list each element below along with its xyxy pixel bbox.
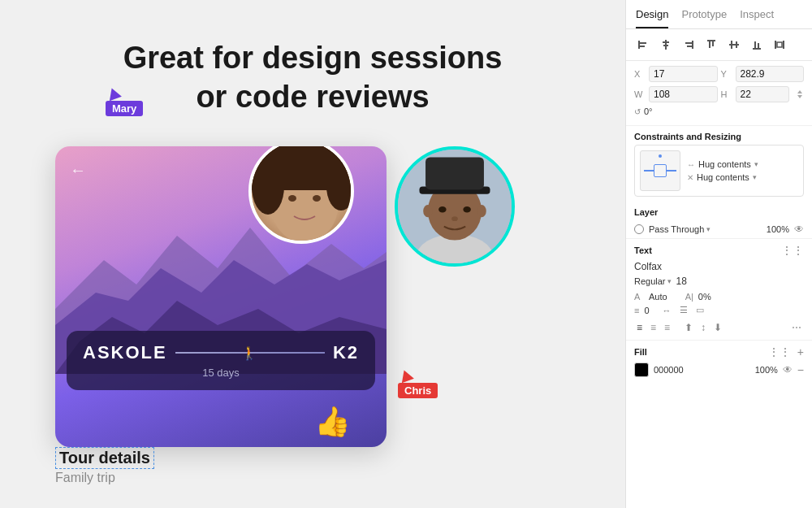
text-options-button[interactable]: ⋮⋮ bbox=[781, 244, 804, 257]
svg-rect-29 bbox=[687, 46, 692, 47]
hug-v-chevron-icon: ▾ bbox=[753, 173, 757, 181]
fill-header: Fill ⋮⋮ + bbox=[634, 345, 804, 358]
y-input[interactable]: 282.9 bbox=[736, 66, 805, 82]
fill-grid-icon[interactable]: ⋮⋮ bbox=[768, 345, 791, 358]
svg-point-18 bbox=[451, 216, 458, 221]
route-bar: ASKOLE 🚶 K2 15 days bbox=[67, 331, 375, 390]
layer-row: Pass Through ▾ 100% 👁 bbox=[626, 220, 812, 239]
svg-rect-21 bbox=[638, 41, 640, 49]
hug-v-icon: ✕ bbox=[687, 173, 693, 182]
svg-rect-36 bbox=[753, 48, 761, 50]
constraint-selects: ↔ Hug contents ▾ ✕ Hug contents ▾ bbox=[687, 159, 798, 182]
fill-add-button[interactable]: + bbox=[797, 345, 804, 358]
svg-rect-33 bbox=[729, 44, 739, 46]
constraint-left-line bbox=[644, 170, 654, 172]
layer-visibility-icon[interactable]: 👁 bbox=[794, 224, 804, 235]
x-input[interactable]: 17 bbox=[649, 66, 718, 82]
fill-opacity-value[interactable]: 100% bbox=[755, 365, 778, 375]
svg-rect-34 bbox=[731, 41, 732, 49]
valign-bottom-button[interactable]: ⬇ bbox=[711, 320, 724, 335]
text-align-left-icon[interactable]: ↔ bbox=[663, 306, 672, 315]
align-right-button[interactable] bbox=[680, 36, 698, 54]
fill-color-swatch[interactable] bbox=[634, 363, 649, 377]
cursor-label-mary: Mary bbox=[106, 101, 143, 116]
svg-rect-25 bbox=[663, 41, 669, 43]
valign-top-button[interactable]: ⬆ bbox=[682, 320, 695, 335]
svg-rect-22 bbox=[640, 42, 646, 44]
constraints-box: ↔ Hug contents ▾ ✕ Hug contents ▾ bbox=[634, 145, 804, 197]
walker-icon: 🚶 bbox=[241, 345, 259, 361]
text-align-center-icon[interactable]: ☰ bbox=[680, 305, 688, 315]
constraint-center-box bbox=[654, 164, 667, 177]
align-bottom-button[interactable] bbox=[748, 36, 766, 54]
text-size-value[interactable]: 18 bbox=[676, 276, 687, 287]
align-right-text-button[interactable]: ≡ bbox=[662, 320, 672, 335]
align-top-button[interactable] bbox=[702, 36, 720, 54]
route-line: 🚶 bbox=[175, 352, 325, 354]
tour-details: Tour details Family trip bbox=[55, 447, 625, 485]
rotate-icon: ↺ bbox=[634, 107, 641, 116]
text-kerning-value[interactable]: 0% bbox=[698, 292, 711, 302]
text-align-right-icon[interactable]: ▭ bbox=[696, 305, 704, 315]
align-left-button[interactable] bbox=[634, 36, 652, 54]
fill-hex-value[interactable]: 000000 bbox=[654, 365, 750, 375]
distribute-button[interactable] bbox=[771, 36, 788, 54]
svg-rect-23 bbox=[640, 46, 645, 47]
svg-point-6 bbox=[252, 158, 284, 215]
fill-section: Fill ⋮⋮ + 000000 100% 👁 − bbox=[626, 341, 812, 382]
text-spacing-value[interactable]: 0 bbox=[644, 306, 649, 315]
text-font-name[interactable]: Colfax bbox=[634, 261, 662, 272]
route-to: K2 bbox=[333, 342, 359, 363]
svg-point-17 bbox=[463, 206, 470, 213]
valign-middle-button[interactable]: ↕ bbox=[698, 320, 708, 335]
layer-section: Layer Pass Through ▾ 100% 👁 bbox=[626, 202, 812, 239]
tour-subtitle: Family trip bbox=[55, 471, 625, 485]
x-label: X bbox=[634, 69, 644, 79]
svg-rect-27 bbox=[692, 41, 693, 49]
hug-h-select[interactable]: Hug contents bbox=[698, 159, 751, 169]
align-center-text-button[interactable]: ≡ bbox=[648, 320, 659, 335]
thumbs-up-emoji: 👍 bbox=[314, 405, 351, 439]
position-section: X 17 Y 282.9 W 108 H 22 bbox=[626, 61, 812, 126]
fill-visibility-icon[interactable]: 👁 bbox=[783, 364, 793, 376]
layer-blend-mode[interactable]: Pass Through ▾ bbox=[649, 224, 762, 234]
phone-mockup: ← bbox=[55, 146, 387, 447]
svg-rect-39 bbox=[775, 41, 776, 49]
fill-remove-button[interactable]: − bbox=[797, 363, 804, 376]
hug-v-select[interactable]: Hug contents bbox=[697, 172, 749, 182]
svg-point-5 bbox=[266, 146, 343, 186]
h-input[interactable]: 22 bbox=[736, 86, 790, 102]
w-input[interactable]: 108 bbox=[649, 86, 718, 102]
svg-rect-15 bbox=[425, 157, 484, 189]
align-center-h-button[interactable] bbox=[657, 36, 675, 54]
fill-actions: ⋮⋮ + bbox=[768, 345, 804, 358]
align-left-text-button[interactable]: ≡ bbox=[634, 320, 645, 335]
panel-tabs: Design Prototype Inspect bbox=[626, 0, 812, 29]
blend-chevron-icon: ▾ bbox=[706, 225, 710, 233]
tab-inspect[interactable]: Inspect bbox=[740, 8, 774, 28]
svg-rect-28 bbox=[685, 42, 692, 44]
svg-rect-38 bbox=[758, 43, 759, 48]
text-auto-value[interactable]: Auto bbox=[649, 292, 667, 302]
text-more-button[interactable]: ⋯ bbox=[789, 320, 804, 335]
route-days: 15 days bbox=[83, 367, 359, 379]
back-arrow-icon[interactable]: ← bbox=[70, 161, 86, 180]
rotation-value[interactable]: 0° bbox=[644, 106, 653, 116]
tab-design[interactable]: Design bbox=[636, 8, 668, 28]
y-label: Y bbox=[721, 69, 731, 79]
constraints-header: Constraints and Resizing bbox=[626, 126, 812, 145]
svg-rect-31 bbox=[709, 41, 710, 48]
text-section: Text ⋮⋮ Colfax Regular ▾ 18 A Auto A| 0%… bbox=[626, 239, 812, 341]
h-stepper[interactable] bbox=[796, 89, 804, 100]
svg-point-8 bbox=[288, 195, 296, 202]
text-auto-row: A Auto A| 0% bbox=[626, 290, 812, 303]
text-font-row: Colfax bbox=[626, 259, 812, 274]
tab-prototype[interactable]: Prototype bbox=[681, 8, 727, 28]
main-heading: Great for design sessions or code review… bbox=[0, 0, 625, 116]
text-style-select[interactable]: Regular ▾ bbox=[634, 276, 672, 286]
profile-image-1 bbox=[248, 146, 354, 244]
svg-rect-37 bbox=[754, 41, 756, 48]
text-spacing-label: ≡ bbox=[634, 306, 639, 315]
layer-opacity-value[interactable]: 100% bbox=[767, 224, 789, 234]
align-middle-button[interactable] bbox=[725, 36, 743, 54]
